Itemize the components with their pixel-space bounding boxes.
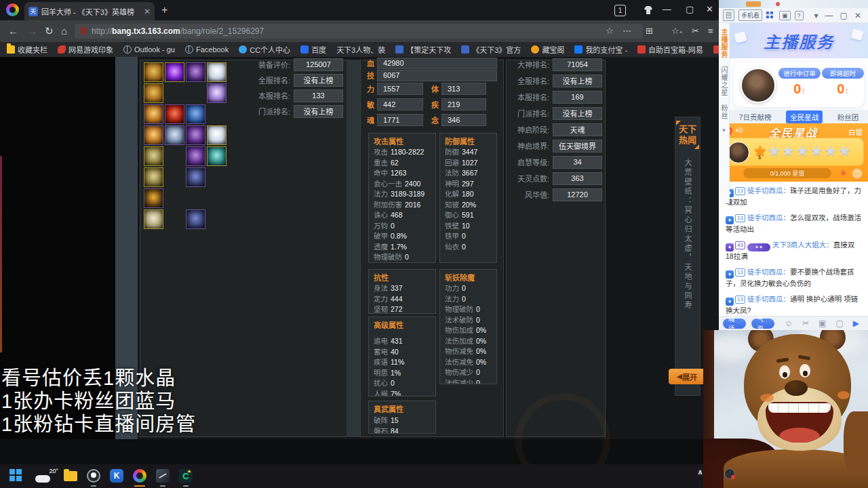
tab-count-badge[interactable]: 1	[614, 5, 626, 16]
forward-icon[interactable]: →	[27, 25, 37, 37]
tray-obs-icon[interactable]	[724, 468, 735, 479]
equipment-slot-teal[interactable]	[207, 146, 226, 166]
equipment-slot-violet[interactable]	[186, 146, 205, 166]
bookmark-item[interactable]: CC个人中心	[239, 44, 290, 55]
bookmark-item[interactable]: 网易游戏印象	[58, 44, 113, 55]
bookmark-item[interactable]: 自助百宝箱-网易	[637, 44, 703, 55]
page-footer	[0, 439, 719, 464]
cc-minimize-button[interactable]: —	[825, 11, 833, 20]
tray-chevron-icon[interactable]: ∧	[697, 468, 703, 476]
equipment-slot-violet[interactable]	[186, 62, 205, 82]
equipment-slot-amber[interactable]	[144, 125, 163, 145]
close-button[interactable]: ✕	[706, 4, 713, 14]
tier-badge[interactable]: 白银	[848, 127, 863, 137]
apps-grid-icon[interactable]: ⊞	[646, 26, 653, 36]
cc-tab-7日贡献榜[interactable]: 7日贡献榜	[735, 110, 776, 123]
equipment-slot-steel[interactable]	[165, 125, 184, 145]
equipment-slot-indigo[interactable]	[186, 167, 205, 187]
more-dots-icon[interactable]: ⋯	[623, 26, 631, 36]
star-card: ★1★★★★★★	[723, 138, 864, 166]
shout-button[interactable]: 喊话	[723, 319, 746, 329]
flower-gift-icon[interactable]: ✳	[840, 168, 847, 178]
back-icon[interactable]: ←	[8, 25, 18, 37]
cc-tab-粉丝团[interactable]: 粉丝团	[833, 110, 863, 123]
cc-side-tab[interactable]: 粉丝	[719, 104, 729, 119]
lock-icon[interactable]: ▢	[835, 319, 843, 328]
obs-icon[interactable]	[87, 469, 100, 483]
bear-webcam-image	[703, 330, 868, 488]
equipment-slot-white[interactable]	[207, 62, 226, 82]
layout-grid-icon[interactable]	[766, 12, 774, 19]
cc-tab-全民星战[interactable]: 全民星战	[786, 110, 823, 123]
bookmark-item[interactable]: 百度	[300, 44, 326, 55]
cc-close-button[interactable]: ✕	[854, 11, 861, 20]
scissors-icon[interactable]: ✂	[802, 319, 809, 328]
equipment-slot-orb[interactable]	[165, 62, 184, 82]
bookmark-item[interactable]: 收藏夹栏	[7, 44, 47, 55]
bookmark-item[interactable]: 《天下3》官方	[461, 44, 521, 55]
bookmark-item[interactable]: 在线客服	[713, 44, 719, 55]
file-explorer-icon[interactable]	[64, 471, 77, 481]
chat-area[interactable]: ♦13徒手切西瓜：珠子还是用鱼好了，力魂双加♦13徒手切西瓜：怎么提双攻，战场激…	[719, 182, 868, 316]
minimize-button[interactable]: —	[663, 4, 671, 14]
equipment-slot-white[interactable]	[207, 125, 226, 145]
send-icon[interactable]: ▶	[853, 319, 859, 328]
help-icon[interactable]: ?	[795, 11, 804, 20]
cc-app-icon[interactable]: C	[179, 469, 193, 483]
bookmark-item[interactable]: Facebook	[185, 45, 229, 54]
image-icon[interactable]: ▣	[818, 319, 826, 328]
pin-icon[interactable]: ▣	[779, 11, 791, 20]
bookmark-item[interactable]: 天下3人物、装	[336, 44, 385, 55]
stat-row: 法力3189-3189	[374, 189, 431, 200]
equipment-slot-indigo[interactable]	[186, 209, 205, 229]
cc-maximize-button[interactable]: ▢	[840, 11, 848, 20]
bookmark-item[interactable]: 藏宝阁	[531, 44, 564, 55]
k-app-icon[interactable]: K	[110, 469, 123, 483]
cc-side-tab[interactable]: 主播服务	[719, 28, 729, 58]
bookmark-item[interactable]: 【策定天下攻	[395, 44, 451, 55]
browser-tab[interactable]: 天 回羊大师 - 《天下3》英雄榜 ✕	[24, 2, 155, 20]
equipment-slot-gold[interactable]	[144, 83, 163, 103]
bubble-button[interactable]: 气泡	[751, 319, 774, 329]
equipment-slot-darkgold[interactable]	[144, 188, 163, 208]
browser-logo-icon[interactable]	[6, 3, 19, 16]
site-shield-icon[interactable]	[80, 27, 87, 35]
dropdown-caret-icon[interactable]: ▾	[814, 11, 818, 20]
url-field[interactable]: http://bang.tx3.163.com/bang/role/2_1529…	[75, 24, 643, 39]
weather-widget[interactable]: 20°	[34, 469, 58, 484]
menu-icon[interactable]: ≡	[708, 26, 713, 36]
tab-close-icon[interactable]: ✕	[144, 7, 151, 16]
equipment-slot-pale[interactable]	[144, 209, 163, 229]
new-tab-button[interactable]: +	[161, 4, 167, 16]
streamer-avatar[interactable]	[741, 68, 776, 103]
theme-shirt-icon[interactable]	[643, 5, 654, 15]
game-app-icon[interactable]	[156, 469, 170, 483]
equipment-slot-lavender[interactable]	[207, 83, 226, 103]
refresh-icon[interactable]: ↻	[45, 25, 54, 37]
equipment-slot-red[interactable]	[165, 104, 184, 124]
start-button[interactable]	[9, 469, 22, 481]
phone-view-button[interactable]: 手机看	[738, 9, 762, 21]
equipment-slot-violet[interactable]	[186, 125, 205, 145]
bookmark-item[interactable]: Outlook - gu	[123, 45, 175, 54]
expiring-orders-button[interactable]: 即将超时	[822, 68, 864, 79]
equipment-slot-gold[interactable]	[144, 62, 163, 82]
favorites-star-icon[interactable]: ☆+	[671, 26, 682, 36]
maximize-button[interactable]: ▢	[686, 4, 694, 14]
screenshot-scissors-icon[interactable]: ✂	[692, 26, 699, 36]
bookmark-star-icon[interactable]: ☆	[606, 26, 614, 36]
equipment-slot-khaki[interactable]	[144, 146, 163, 166]
more-options-icon[interactable]: ⋯	[852, 168, 863, 179]
stat-box-title: 防御属性	[445, 136, 492, 147]
equipment-slot-khaki[interactable]	[144, 167, 163, 187]
equipment-slot-amber[interactable]	[144, 104, 163, 124]
emoji-icon[interactable]: ☺	[785, 319, 793, 328]
cc-logo-box[interactable]: 回	[723, 9, 734, 21]
cc-side-tab[interactable]: 闪耀之星	[719, 66, 729, 96]
expand-tab-button[interactable]: ◀ 展开	[669, 369, 705, 384]
bookmark-item[interactable]: 我的支付宝 -	[574, 44, 627, 55]
active-orders-button[interactable]: 进行中订单	[778, 68, 821, 79]
equipment-slot-blue[interactable]	[186, 104, 205, 124]
home-icon[interactable]: ⌂	[61, 25, 67, 37]
browser-taskbar-icon[interactable]	[133, 469, 146, 483]
